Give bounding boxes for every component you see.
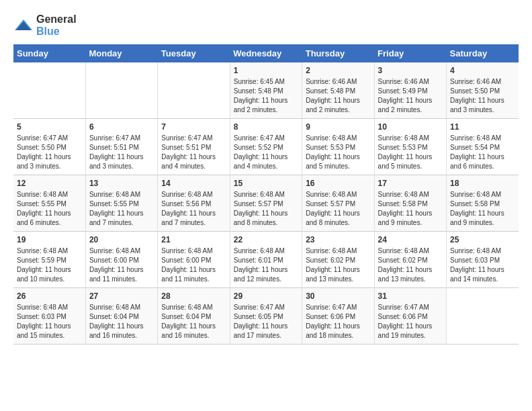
day-number: 17 (378, 179, 443, 188)
calendar-day-cell: 24Sunrise: 6:48 AMSunset: 6:02 PMDayligh… (374, 232, 446, 288)
day-info: Sunrise: 6:48 AMSunset: 5:55 PMDaylight:… (89, 190, 154, 228)
calendar-body: 1Sunrise: 6:45 AMSunset: 5:48 PMDaylight… (13, 62, 519, 345)
calendar-day-cell: 31Sunrise: 6:47 AMSunset: 6:06 PMDayligh… (374, 288, 446, 345)
calendar-day-cell: 17Sunrise: 6:48 AMSunset: 5:58 PMDayligh… (374, 175, 446, 232)
day-info: Sunrise: 6:48 AMSunset: 5:53 PMDaylight:… (378, 134, 443, 171)
calendar-day-cell: 22Sunrise: 6:48 AMSunset: 6:01 PMDayligh… (230, 232, 302, 288)
day-info: Sunrise: 6:46 AMSunset: 5:48 PMDaylight:… (306, 77, 370, 115)
calendar-day-cell: 11Sunrise: 6:48 AMSunset: 5:54 PMDayligh… (447, 119, 519, 175)
day-number: 27 (89, 291, 154, 301)
day-number: 8 (234, 122, 298, 132)
calendar-day-cell: 28Sunrise: 6:48 AMSunset: 6:04 PMDayligh… (158, 288, 230, 345)
calendar-day-cell: 7Sunrise: 6:47 AMSunset: 5:51 PMDaylight… (158, 119, 230, 175)
calendar-header: Sunday Monday Tuesday Wednesday Thursday… (13, 44, 519, 62)
calendar-day-cell: 23Sunrise: 6:48 AMSunset: 6:02 PMDayligh… (302, 232, 374, 288)
day-number: 20 (89, 235, 154, 244)
day-number: 24 (378, 235, 443, 244)
calendar-day-cell: 25Sunrise: 6:48 AMSunset: 6:03 PMDayligh… (447, 232, 519, 288)
day-info: Sunrise: 6:48 AMSunset: 5:59 PMDaylight:… (17, 246, 82, 284)
calendar-day-cell: 19Sunrise: 6:48 AMSunset: 5:59 PMDayligh… (13, 232, 85, 288)
calendar-table: Sunday Monday Tuesday Wednesday Thursday… (13, 44, 519, 345)
calendar-day-cell: 27Sunrise: 6:48 AMSunset: 6:04 PMDayligh… (85, 288, 157, 345)
header-monday: Monday (85, 44, 157, 62)
calendar-day-cell (447, 288, 519, 345)
day-number: 6 (89, 122, 154, 132)
day-number: 18 (450, 179, 515, 188)
header-tuesday: Tuesday (158, 44, 230, 62)
calendar-week-row: 19Sunrise: 6:48 AMSunset: 5:59 PMDayligh… (13, 232, 519, 288)
logo-text: General Blue (36, 13, 77, 38)
calendar-day-cell: 14Sunrise: 6:48 AMSunset: 5:56 PMDayligh… (158, 175, 230, 232)
day-info: Sunrise: 6:47 AMSunset: 5:50 PMDaylight:… (17, 134, 82, 171)
day-info: Sunrise: 6:48 AMSunset: 5:56 PMDaylight:… (161, 190, 226, 228)
day-number: 26 (17, 291, 82, 301)
day-info: Sunrise: 6:48 AMSunset: 6:03 PMDaylight:… (450, 246, 515, 284)
calendar-week-row: 12Sunrise: 6:48 AMSunset: 5:55 PMDayligh… (13, 175, 519, 232)
calendar-day-cell: 30Sunrise: 6:47 AMSunset: 6:06 PMDayligh… (302, 288, 374, 345)
day-number: 2 (306, 66, 370, 75)
logo: General Blue (13, 13, 77, 38)
day-info: Sunrise: 6:48 AMSunset: 5:54 PMDaylight:… (450, 134, 515, 171)
day-info: Sunrise: 6:48 AMSunset: 6:03 PMDaylight:… (17, 303, 82, 340)
header-thursday: Thursday (302, 44, 374, 62)
logo-blue: Blue (36, 26, 60, 37)
calendar-day-cell: 10Sunrise: 6:48 AMSunset: 5:53 PMDayligh… (374, 119, 446, 175)
day-info: Sunrise: 6:47 AMSunset: 6:06 PMDaylight:… (306, 303, 370, 340)
day-info: Sunrise: 6:48 AMSunset: 5:57 PMDaylight:… (306, 190, 370, 228)
calendar-day-cell: 26Sunrise: 6:48 AMSunset: 6:03 PMDayligh… (13, 288, 85, 345)
header-saturday: Saturday (447, 44, 519, 62)
calendar-day-cell: 16Sunrise: 6:48 AMSunset: 5:57 PMDayligh… (302, 175, 374, 232)
day-info: Sunrise: 6:46 AMSunset: 5:49 PMDaylight:… (378, 77, 443, 115)
day-number: 31 (378, 291, 443, 301)
calendar-day-cell (158, 62, 230, 119)
calendar-day-cell: 2Sunrise: 6:46 AMSunset: 5:48 PMDaylight… (302, 62, 374, 119)
day-info: Sunrise: 6:48 AMSunset: 6:02 PMDaylight:… (306, 246, 370, 284)
day-info: Sunrise: 6:48 AMSunset: 6:04 PMDaylight:… (161, 303, 226, 340)
day-info: Sunrise: 6:48 AMSunset: 6:00 PMDaylight:… (89, 246, 154, 284)
day-info: Sunrise: 6:48 AMSunset: 6:00 PMDaylight:… (161, 246, 226, 284)
day-number: 3 (378, 66, 443, 75)
logo-general: General (36, 13, 77, 25)
day-number: 4 (450, 66, 515, 75)
day-info: Sunrise: 6:47 AMSunset: 5:51 PMDaylight:… (161, 134, 226, 171)
day-info: Sunrise: 6:48 AMSunset: 6:01 PMDaylight:… (234, 246, 298, 284)
day-info: Sunrise: 6:46 AMSunset: 5:50 PMDaylight:… (450, 77, 515, 115)
calendar-day-cell: 29Sunrise: 6:47 AMSunset: 6:05 PMDayligh… (230, 288, 302, 345)
day-info: Sunrise: 6:47 AMSunset: 5:52 PMDaylight:… (234, 134, 298, 171)
calendar-day-cell (13, 62, 85, 119)
calendar-day-cell: 5Sunrise: 6:47 AMSunset: 5:50 PMDaylight… (13, 119, 85, 175)
calendar-day-cell: 3Sunrise: 6:46 AMSunset: 5:49 PMDaylight… (374, 62, 446, 119)
day-info: Sunrise: 6:48 AMSunset: 6:04 PMDaylight:… (89, 303, 154, 340)
day-info: Sunrise: 6:48 AMSunset: 5:58 PMDaylight:… (378, 190, 443, 228)
header-sunday: Sunday (13, 44, 85, 62)
day-number: 25 (450, 235, 515, 244)
calendar-day-cell: 4Sunrise: 6:46 AMSunset: 5:50 PMDaylight… (447, 62, 519, 119)
day-number: 10 (378, 122, 443, 132)
calendar-day-cell: 9Sunrise: 6:48 AMSunset: 5:53 PMDaylight… (302, 119, 374, 175)
header-friday: Friday (374, 44, 446, 62)
calendar-day-cell (85, 62, 157, 119)
day-number: 23 (306, 235, 370, 244)
day-number: 9 (306, 122, 370, 132)
calendar-day-cell: 1Sunrise: 6:45 AMSunset: 5:48 PMDaylight… (230, 62, 302, 119)
day-number: 19 (17, 235, 82, 244)
day-number: 15 (234, 179, 298, 188)
calendar-day-cell: 8Sunrise: 6:47 AMSunset: 5:52 PMDaylight… (230, 119, 302, 175)
day-number: 16 (306, 179, 370, 188)
day-number: 30 (306, 291, 370, 301)
calendar-day-cell: 15Sunrise: 6:48 AMSunset: 5:57 PMDayligh… (230, 175, 302, 232)
calendar-day-cell: 18Sunrise: 6:48 AMSunset: 5:58 PMDayligh… (447, 175, 519, 232)
calendar-week-row: 5Sunrise: 6:47 AMSunset: 5:50 PMDaylight… (13, 119, 519, 175)
calendar-day-cell: 6Sunrise: 6:47 AMSunset: 5:51 PMDaylight… (85, 119, 157, 175)
page-header: General Blue (13, 13, 519, 38)
day-info: Sunrise: 6:48 AMSunset: 5:58 PMDaylight:… (450, 190, 515, 228)
day-info: Sunrise: 6:48 AMSunset: 6:02 PMDaylight:… (378, 246, 443, 284)
calendar-day-cell: 13Sunrise: 6:48 AMSunset: 5:55 PMDayligh… (85, 175, 157, 232)
day-info: Sunrise: 6:48 AMSunset: 5:53 PMDaylight:… (306, 134, 370, 171)
day-number: 22 (234, 235, 298, 244)
calendar-day-cell: 12Sunrise: 6:48 AMSunset: 5:55 PMDayligh… (13, 175, 85, 232)
calendar-week-row: 26Sunrise: 6:48 AMSunset: 6:03 PMDayligh… (13, 288, 519, 345)
day-number: 29 (234, 291, 298, 301)
day-info: Sunrise: 6:48 AMSunset: 5:55 PMDaylight:… (17, 190, 82, 228)
header-wednesday: Wednesday (230, 44, 302, 62)
